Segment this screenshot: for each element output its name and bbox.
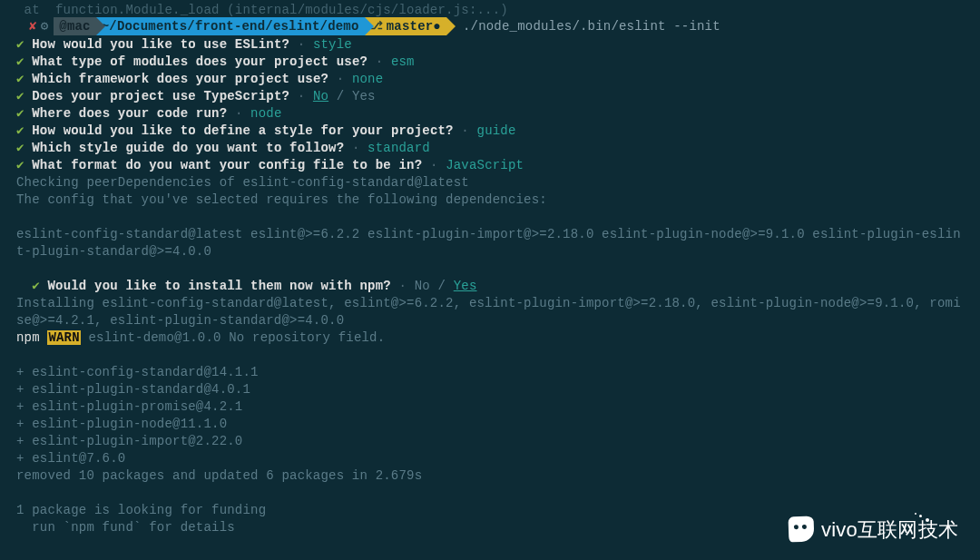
check-icon: ✔: [16, 158, 32, 172]
prompt-question: Where does your code run?: [32, 106, 227, 121]
prompt-answer: node: [250, 106, 281, 121]
prompt-answer: style: [313, 37, 352, 52]
output-line: + eslint-plugin-import@2.22.0: [16, 433, 964, 450]
user-host-segment: @mac: [54, 17, 95, 35]
git-dirty-icon: ●: [433, 18, 441, 35]
gear-icon: ⚙: [41, 18, 49, 35]
shell-prompt-bar: ✘ ⚙ @mac ~/Documents/front-end/eslint/de…: [16, 17, 964, 35]
option-no[interactable]: No: [313, 89, 328, 103]
cut-off-line: at function.Module._load (internal/modul…: [16, 2, 964, 19]
prompt-answer: esm: [391, 54, 415, 69]
output-line: + eslint@7.6.0: [16, 450, 964, 467]
prompt-question: What format do you want your config file…: [32, 158, 422, 172]
option-no[interactable]: No: [415, 279, 430, 293]
cwd-segment: ~/Documents/front-end/eslint/demo: [96, 17, 365, 35]
wechat-icon: [789, 516, 815, 543]
arrow-icon: [365, 17, 374, 35]
prompt-line: ✔ Which style guide do you want to follo…: [16, 140, 964, 157]
option-yes[interactable]: Yes: [352, 89, 376, 103]
warn-text: eslint-demo@1.0.0 No repository field.: [81, 330, 385, 345]
output-line: + eslint-plugin-promise@4.2.1: [16, 398, 964, 416]
check-icon: ✔: [16, 37, 32, 52]
prompt-line: ✔ What format do you want your config fi…: [16, 157, 964, 174]
prompt-line: ✔ Would you like to install them now wit…: [16, 260, 964, 295]
prompt-answer: standard: [368, 141, 430, 155]
prompt-line: ✔ Does your project use TypeScript? · No…: [16, 88, 964, 105]
output-line: eslint-config-standard@latest eslint@>=6…: [16, 226, 964, 260]
check-icon: ✔: [16, 89, 32, 103]
arrow-icon: [446, 17, 456, 35]
prompt-question: Would you like to install them now with …: [47, 279, 390, 293]
prompt-line: ✔ Which framework does your project use?…: [16, 71, 964, 88]
output-line: + eslint-config-standard@14.1.1: [16, 364, 964, 381]
check-icon: ✔: [16, 54, 32, 69]
check-icon: ✔: [16, 123, 32, 138]
output-line: The config that you've selected requires…: [16, 192, 964, 209]
prompt-question: Which framework does your project use?: [32, 72, 328, 86]
npm-warn-line: npm WARN eslint-demo@1.0.0 No repository…: [16, 329, 964, 347]
prompt-question: How would you like to define a style for…: [32, 123, 453, 138]
branch-name: master: [387, 18, 434, 35]
chat-dots-icon: [913, 513, 931, 524]
check-icon: ✔: [16, 72, 32, 86]
git-branch-segment: ⎇ master ●: [365, 17, 446, 35]
output-line: Installing eslint-config-standard@latest…: [16, 295, 964, 329]
watermark-text: vivo互联网技术: [821, 521, 958, 538]
prompt-line: ✔ How would you like to use ESLint? · st…: [16, 36, 964, 54]
check-icon: ✔: [16, 141, 32, 155]
output-line: + eslint-plugin-standard@4.0.1: [16, 381, 964, 398]
command-text: ./node_modules/.bin/eslint --init: [456, 18, 720, 35]
prompt-answer: none: [352, 72, 383, 86]
arrow-icon: [96, 17, 105, 35]
prompt-question: Which style guide do you want to follow?: [32, 141, 344, 155]
npm-label: npm: [16, 330, 40, 345]
prompt-line: ✔ What type of modules does your project…: [16, 54, 964, 71]
output-line: + eslint-plugin-node@11.1.0: [16, 416, 964, 433]
check-icon: ✔: [16, 106, 32, 121]
prompt-question: What type of modules does your project u…: [32, 54, 368, 69]
prompt-answer: JavaScript: [446, 158, 524, 172]
output-line: removed 10 packages and updated 6 packag…: [16, 467, 964, 485]
warn-badge: WARN: [47, 330, 80, 345]
close-icon: ✘: [29, 18, 37, 35]
output-line: Checking peerDependencies of eslint-conf…: [16, 174, 964, 192]
option-yes[interactable]: Yes: [454, 279, 477, 293]
check-icon: ✔: [32, 279, 47, 293]
prompt-question: How would you like to use ESLint?: [32, 37, 289, 52]
prompt-question: Does your project use TypeScript?: [32, 89, 289, 103]
prompt-line: ✔ Where does your code run? · node: [16, 105, 964, 123]
watermark: vivo互联网技术: [789, 516, 958, 542]
output-line: Successfully created .eslintrc.js file i…: [16, 554, 964, 560]
prompt-answer: guide: [477, 123, 516, 138]
prompt-line: ✔ How would you like to define a style f…: [16, 123, 964, 140]
